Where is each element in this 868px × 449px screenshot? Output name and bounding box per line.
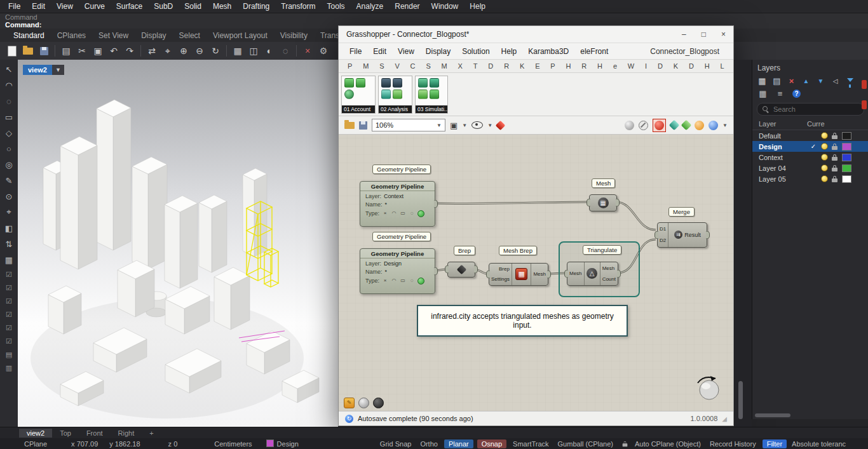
component-icon[interactable] bbox=[344, 90, 354, 99]
component-icon[interactable] bbox=[418, 90, 428, 99]
layer-state-icon[interactable]: ☑ bbox=[2, 283, 16, 293]
viewport-dropdown-icon[interactable]: ▼ bbox=[52, 65, 64, 75]
toggle-smarttrack[interactable]: SmartTrack bbox=[513, 440, 548, 448]
layer-row-04[interactable]: Layer 04 bbox=[752, 163, 868, 173]
gh-canvas[interactable]: Geometry Pipeline Geometry Pipeline Laye… bbox=[339, 135, 733, 411]
layer-color-swatch[interactable] bbox=[842, 154, 851, 161]
layer-color-swatch[interactable] bbox=[842, 164, 851, 172]
gh-tab[interactable]: S bbox=[426, 62, 430, 70]
polygon-tool-icon[interactable]: ◇ bbox=[2, 126, 16, 139]
toggle-gumball[interactable]: Gumball (CPlane) bbox=[558, 440, 613, 448]
gh-tab[interactable]: E bbox=[535, 62, 539, 70]
delete-icon[interactable]: × bbox=[301, 44, 315, 58]
menu-window[interactable]: Window bbox=[426, 1, 465, 12]
component-icon[interactable] bbox=[430, 90, 439, 99]
redo-icon[interactable]: ↷ bbox=[123, 44, 137, 58]
toggle-grid-snap[interactable]: Grid Snap bbox=[380, 440, 412, 448]
menu-subd[interactable]: SubD bbox=[148, 1, 179, 12]
component-icon[interactable] bbox=[381, 90, 391, 99]
move-tool-icon[interactable]: ⇅ bbox=[2, 238, 16, 250]
layer-color-swatch[interactable] bbox=[842, 175, 851, 183]
output-count[interactable]: Count bbox=[602, 276, 616, 282]
layer-state-icon[interactable]: ☑ bbox=[2, 323, 16, 333]
param-value[interactable]: Design bbox=[384, 260, 402, 267]
input-d1[interactable]: D1 bbox=[660, 226, 666, 232]
layer-row-design[interactable]: Design ✓ bbox=[752, 141, 868, 152]
mesh-tool-icon[interactable]: ▦ bbox=[2, 253, 16, 266]
menu-solid[interactable]: Solid bbox=[179, 1, 207, 12]
undo-icon[interactable]: ↶ bbox=[107, 44, 121, 58]
gh-tab[interactable]: P bbox=[550, 62, 555, 70]
minimize-button[interactable]: – bbox=[682, 30, 686, 39]
component-icon[interactable] bbox=[356, 78, 365, 88]
zoom-in-icon[interactable]: ⊕ bbox=[177, 44, 191, 58]
gh-tab[interactable]: K bbox=[674, 62, 678, 70]
gh-tab[interactable]: H bbox=[566, 62, 571, 70]
layer-visibility-bulb-icon[interactable] bbox=[821, 154, 828, 161]
layer-lock-icon[interactable] bbox=[832, 176, 837, 182]
gh-save-icon[interactable] bbox=[359, 121, 367, 130]
point-tool-icon[interactable]: ⊙ bbox=[2, 190, 16, 203]
input-brep[interactable]: Brep bbox=[491, 266, 510, 272]
toggle-osnap[interactable]: Osnap bbox=[477, 439, 506, 448]
zoom-target-icon[interactable]: ⌖ bbox=[161, 44, 175, 58]
rotate-view-icon[interactable]: ↻ bbox=[208, 44, 222, 58]
gh-tab[interactable]: H bbox=[597, 62, 602, 70]
layer-state-icon[interactable]: ☑ bbox=[2, 296, 16, 306]
pan-icon[interactable]: ⇄ bbox=[145, 44, 159, 58]
wireframe-view-icon[interactable]: ◌ bbox=[278, 44, 292, 58]
gh-menu-display[interactable]: Display bbox=[420, 45, 456, 58]
menu-tools[interactable]: Tools bbox=[322, 1, 351, 12]
layer-grid-view-icon[interactable]: ▦ bbox=[758, 89, 768, 98]
surfaces-filter-icon[interactable]: ▭ bbox=[400, 210, 406, 217]
help-icon[interactable]: ? bbox=[792, 90, 801, 98]
zoom-level-select[interactable]: 106% ▼ bbox=[372, 119, 445, 131]
toolbar-tab-viewport-layout[interactable]: Viewport Layout bbox=[207, 30, 273, 41]
meshes-filter-icon[interactable]: ◌ bbox=[409, 210, 415, 217]
mesh-param-component[interactable]: ▦ bbox=[589, 194, 617, 211]
param-value[interactable]: Context bbox=[384, 193, 403, 199]
enabled-indicator-icon[interactable] bbox=[417, 278, 424, 285]
note-panel[interactable]: infrared.city accepts triangulated meshe… bbox=[417, 305, 628, 337]
menu-mesh[interactable]: Mesh bbox=[207, 1, 237, 12]
component-icon[interactable] bbox=[344, 78, 354, 88]
layer-color-swatch[interactable] bbox=[842, 132, 851, 140]
print-icon[interactable]: ▤ bbox=[59, 44, 73, 58]
merge-component[interactable]: D1 D2 ⇉ Result bbox=[657, 222, 707, 248]
cplane-indicator[interactable]: CPlane bbox=[24, 440, 47, 448]
layer-visibility-bulb-icon[interactable] bbox=[821, 175, 828, 182]
move-layer-up-icon[interactable]: ▲ bbox=[801, 76, 811, 86]
canvas-sketch-icon[interactable]: ✎ bbox=[344, 398, 355, 408]
horizontal-scrollbar[interactable] bbox=[755, 413, 790, 417]
column-layer[interactable]: Layer bbox=[759, 120, 807, 128]
gh-tab[interactable]: D bbox=[689, 62, 694, 70]
units-indicator[interactable]: Centimeters bbox=[214, 440, 252, 448]
layer-row-default[interactable]: Default bbox=[752, 130, 868, 141]
layer-state-icon[interactable]: ☑ bbox=[2, 269, 16, 279]
gh-menu-edit[interactable]: Edit bbox=[367, 45, 392, 58]
points-filter-icon[interactable]: × bbox=[382, 210, 388, 217]
layer-state-icon[interactable]: ☑ bbox=[2, 336, 16, 346]
gumball-tool-icon[interactable]: ⌖ bbox=[2, 206, 16, 218]
shaded-preview-icon[interactable] bbox=[654, 121, 664, 130]
chevron-down-icon[interactable]: ▼ bbox=[722, 123, 728, 128]
zoom-out-icon[interactable]: ⊖ bbox=[193, 44, 207, 58]
custom-preview-teal-icon[interactable] bbox=[669, 120, 680, 131]
curves-filter-icon[interactable]: ◠ bbox=[391, 278, 397, 284]
viewport-tab-right[interactable]: Right bbox=[111, 429, 142, 438]
menu-surface[interactable]: Surface bbox=[111, 1, 148, 12]
freeform-tool-icon[interactable]: ◌ bbox=[2, 95, 16, 107]
toolbar-tab-standard[interactable]: Standard bbox=[8, 30, 50, 41]
sketch-tool-icon[interactable]: ✎ bbox=[2, 174, 16, 187]
viewport-name[interactable]: view2 bbox=[23, 65, 52, 75]
only-draw-preview-icon[interactable] bbox=[695, 121, 704, 130]
input-d2[interactable]: D2 bbox=[660, 238, 666, 243]
gh-tab[interactable]: T bbox=[473, 62, 478, 70]
settings-icon[interactable]: ⚙ bbox=[316, 44, 330, 58]
menu-transform[interactable]: Transform bbox=[275, 1, 321, 12]
layer-color-swatch[interactable] bbox=[842, 143, 851, 151]
menu-analyze[interactable]: Analyze bbox=[351, 1, 390, 12]
resize-grip[interactable]: ◢ bbox=[722, 415, 727, 422]
enabled-indicator-icon[interactable] bbox=[417, 210, 424, 217]
layer-lock-icon[interactable] bbox=[832, 144, 837, 150]
